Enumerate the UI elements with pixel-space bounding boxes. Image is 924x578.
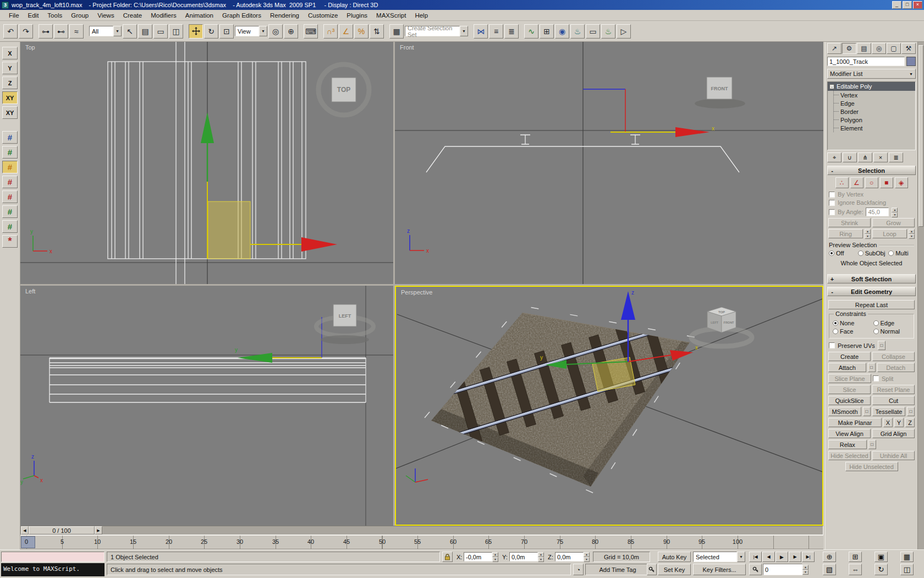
time-slider-next-button[interactable]: ▶ <box>95 526 102 535</box>
maxscript-mini-listener[interactable]: Welcome to MAXScript. <box>1 563 105 576</box>
maximize-button[interactable]: □ <box>903 1 912 9</box>
maximize-viewport-button[interactable]: ◫ <box>900 564 914 575</box>
go-to-end-button[interactable]: ▶| <box>802 552 815 562</box>
dropdown-arrow-icon[interactable]: ▼ <box>460 26 468 36</box>
material-editor-button[interactable]: ◉ <box>555 24 569 39</box>
cut-button[interactable]: Cut <box>872 396 915 405</box>
menu-modifiers[interactable]: Modifiers <box>146 11 181 20</box>
percent-snap-button[interactable]: % <box>354 24 369 39</box>
snap-midpoint-button[interactable]: # <box>2 176 18 188</box>
constraint-normal-radio[interactable]: Normal <box>873 328 911 335</box>
pan-button[interactable]: ⇔ <box>849 564 862 575</box>
render-flyout-button[interactable]: ▷ <box>617 24 631 39</box>
select-object-button[interactable]: ↖ <box>123 24 137 39</box>
preview-multi-radio[interactable]: Multi <box>888 250 914 257</box>
viewport-top[interactable]: Top TOP y x <box>20 42 393 284</box>
repeat-last-button[interactable]: Repeat Last <box>828 300 915 309</box>
zoom-extents-all-button[interactable]: ▦ <box>900 552 914 562</box>
detach-button[interactable]: Detach <box>877 363 915 372</box>
constraint-none-radio[interactable]: None <box>833 320 870 326</box>
menu-graph-editors[interactable]: Graph Editors <box>218 11 266 20</box>
snap-cycle-button[interactable]: * <box>2 235 18 248</box>
menu-rendering[interactable]: Rendering <box>266 11 304 20</box>
selection-filter-dropdown[interactable]: All ▼ <box>89 26 122 36</box>
previous-frame-button[interactable]: ◀ <box>762 552 775 562</box>
tessellate-button[interactable]: Tessellate <box>872 407 905 416</box>
msmooth-options-button[interactable]: □ <box>863 407 871 416</box>
soft-selection-rollout-header[interactable]: + Soft Selection <box>827 274 916 283</box>
y-coord-field[interactable]: 0,0m <box>509 552 538 561</box>
select-by-name-button[interactable]: ▤ <box>138 24 152 39</box>
snap-edge-button[interactable]: # <box>2 161 18 173</box>
relax-button[interactable]: Relax <box>828 440 867 449</box>
x-coord-spinner[interactable]: ▲▼ <box>492 552 498 561</box>
select-and-move-button[interactable] <box>189 24 203 39</box>
constraint-y-button[interactable]: Y <box>2 62 18 74</box>
edit-geometry-rollout-header[interactable]: - Edit Geometry <box>827 287 916 296</box>
render-production-button[interactable]: ♨ <box>601 24 615 39</box>
remove-modifier-button[interactable]: × <box>873 152 888 162</box>
play-button[interactable]: ▶ <box>776 552 788 562</box>
hide-selected-button[interactable]: Hide Selected <box>828 451 871 460</box>
z-coord-spinner[interactable]: ▲▼ <box>584 552 590 561</box>
set-key-button[interactable]: Set Key <box>658 564 691 575</box>
current-frame-field[interactable]: 0 <box>763 564 802 575</box>
named-selection-set-combo[interactable]: Create Selection Set ▼ <box>405 26 468 36</box>
time-slider-prev-button[interactable]: ◀ <box>21 526 29 535</box>
edit-named-selections-button[interactable]: ▦ <box>389 24 404 39</box>
make-unique-button[interactable]: ⋔ <box>858 152 872 162</box>
split-checkbox[interactable]: Split <box>873 374 915 383</box>
menu-help[interactable]: Help <box>410 11 432 20</box>
key-mode-toggle-button[interactable] <box>749 564 762 575</box>
snaps-toggle-button[interactable]: ∩³ <box>323 24 338 39</box>
bind-to-spacewarp-button[interactable]: ≈ <box>69 24 84 39</box>
slice-plane-button[interactable]: Slice Plane <box>828 374 871 383</box>
preserve-uvs-options-button[interactable]: □ <box>878 341 886 350</box>
reset-plane-button[interactable]: Reset Plane <box>872 385 915 394</box>
viewcube[interactable]: TOP LEFT FRONT <box>707 307 736 332</box>
collapse-icon[interactable]: - <box>829 84 834 89</box>
menu-create[interactable]: Create <box>119 11 147 20</box>
close-button[interactable]: × <box>913 1 922 9</box>
by-vertex-checkbox[interactable]: By Vertex <box>829 191 914 198</box>
maxscript-macro-recorder[interactable] <box>1 552 105 562</box>
stack-item-edge[interactable]: Edge <box>834 99 915 107</box>
ignore-backfacing-checkbox[interactable]: Ignore Backfacing <box>829 199 914 206</box>
set-keys-button[interactable] <box>647 564 657 575</box>
menu-maxscript[interactable]: MAXScript <box>372 11 410 20</box>
viewcube-front-label[interactable]: FRONT <box>711 86 728 91</box>
track-bar[interactable]: 0 5 10 15 20 25 30 35 40 45 50 55 60 65 … <box>20 535 823 549</box>
zoom-button[interactable]: ⊕ <box>823 552 836 562</box>
element-mode-button[interactable]: ◈ <box>895 177 908 188</box>
snap-face-button[interactable]: # <box>2 190 18 203</box>
constraint-xy-button[interactable]: XY <box>2 91 18 104</box>
menu-edit[interactable]: Edit <box>24 11 43 20</box>
viewcube-top-label[interactable]: TOP <box>337 86 350 94</box>
tab-create[interactable]: ↗ <box>827 43 842 54</box>
hide-unselected-button[interactable]: Hide Unselected <box>845 462 898 471</box>
layer-manager-button[interactable]: ≣ <box>504 24 519 39</box>
stack-item-polygon[interactable]: Polygon <box>834 116 915 124</box>
keyboard-override-button[interactable]: ⌨ <box>304 24 318 39</box>
menu-plugins[interactable]: Plugins <box>342 11 372 20</box>
tab-motion[interactable]: ◎ <box>872 43 886 54</box>
select-and-rotate-button[interactable]: ↻ <box>204 24 218 39</box>
stack-item-vertex[interactable]: Vertex <box>834 91 915 99</box>
snap-endpoint-button[interactable]: # <box>2 220 18 233</box>
tab-modify[interactable]: ⚙ <box>842 43 856 54</box>
configure-modifier-sets-button[interactable]: ≣ <box>889 152 903 162</box>
select-and-scale-button[interactable]: ⊡ <box>219 24 234 39</box>
viewport-perspective-label[interactable]: Perspective <box>401 289 432 296</box>
menu-customize[interactable]: Customize <box>304 11 342 20</box>
mirror-button[interactable]: ⋈ <box>474 24 488 39</box>
angle-spinner[interactable]: ▲▼ <box>892 208 898 216</box>
viewport-top-label[interactable]: Top <box>25 44 35 51</box>
snap-vertex-button[interactable]: # <box>2 146 18 159</box>
viewport-left[interactable]: Left y LEFT z y x <box>20 286 393 526</box>
viewport-perspective[interactable]: Perspective <box>395 286 823 526</box>
rendered-frame-window-button[interactable]: ▭ <box>586 24 600 39</box>
menu-views[interactable]: Views <box>93 11 118 20</box>
stack-item-editable-poly[interactable]: - Editable Poly <box>828 82 915 91</box>
render-setup-button[interactable]: ♨ <box>570 24 585 39</box>
minimize-button[interactable]: _ <box>892 1 901 9</box>
